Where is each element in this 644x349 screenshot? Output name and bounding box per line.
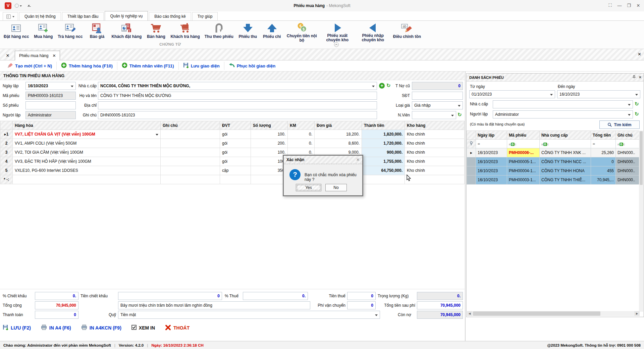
maximize-icon[interactable]: ❐ [626,3,632,8]
ribbon-item-bao-gia[interactable]: Báo giá [85,21,109,42]
combo-arrow-icon[interactable] [156,134,158,137]
cell-note[interactable] [161,148,220,157]
panel-cell-note[interactable]: DHN000.. [616,166,640,176]
empty-cell[interactable] [220,175,251,184]
panel-cell-total[interactable]: 25,260 [591,148,616,157]
cell-unit[interactable]: gói [220,157,251,166]
panel-cell-total[interactable]: 70,945,... [591,176,616,185]
grid-column-km[interactable]: KM [288,121,315,130]
cell-hang-hoa[interactable]: VV2, TOI GIA CẦM (Việt Viễn) 100GM [13,148,161,157]
cell-note[interactable] [161,157,220,166]
panel-cell-date[interactable]: 16/10/2023 [476,157,507,166]
cell-warehouse[interactable]: Kho chính [405,148,465,157]
menu-tab-quan-tri-he-thong[interactable]: Quản trị hệ thống [19,12,61,20]
ribbon-item-khach-tra-hang[interactable]: Khách trả hàng [168,21,202,42]
action-phuc-hoi-giao-dien[interactable]: Phục hồi giao diện [224,62,280,70]
ribbon-item-at-hang-ncc[interactable]: Đặt hàng ncc [1,21,31,42]
cell-total[interactable]: 1,755,000. [362,157,405,166]
nvien-field[interactable] [412,111,456,119]
panel-column-tong-tien[interactable]: Tổng tiền [591,131,616,140]
grid-column-kho-hang[interactable]: Kho hàng [405,121,465,130]
button-thoat[interactable]: THOÁT [165,325,190,332]
panel-cell-date[interactable]: 16/10/2023 [476,148,507,157]
panel-refresh-user-icon[interactable]: ↻ [635,111,639,117]
ribbon-item-khach-at-hang[interactable]: Khách đặt hàng [109,21,144,42]
thue-field[interactable]: 0. [243,292,308,300]
empty-cell[interactable] [13,175,161,184]
cell-qty[interactable]: 200. [251,139,288,148]
action-tao-moi-ctrl-n[interactable]: Tạo mới (Ctrl + N) [3,62,57,70]
cell-qty[interactable]: 100. [251,148,288,157]
filter-cell[interactable]: aBc [616,140,640,148]
panel-cell-total[interactable]: 455 [591,166,616,176]
scroll-left-icon[interactable]: ◀ [467,311,472,316]
quy-field[interactable]: Tiền mặt [118,311,380,319]
panel-row[interactable]: 16/10/2023PMH00004-1...CÔNG TY TNHH HONA… [467,166,640,176]
panel-cell-note[interactable]: DHN000.. [616,176,640,185]
dia-chi-field[interactable] [98,101,377,109]
close-icon[interactable]: ✕ [635,3,641,8]
cell-note[interactable] [161,166,220,175]
thanh-toan-field[interactable]: 0 [35,311,78,319]
ghi-chu-field[interactable]: DHN00005-161023 [98,111,377,119]
tien-thue-field[interactable]: 0 [347,292,376,300]
panel-vertical-scrollbar[interactable] [639,131,643,312]
yes-button[interactable]: Yes [296,184,321,191]
panel-row[interactable]: ▸16/10/2023PMH00006-...CÔNG TY TNHH XNK … [467,148,640,157]
menu-tab-tro-giup[interactable]: Trợ giúp [192,12,218,20]
doc-tab-close-icon[interactable]: ✕ [52,53,56,58]
cell-km[interactable]: 0. [288,130,315,139]
grid-column-thanh-tien[interactable]: Thành tiền [362,121,405,130]
panel-refresh-supplier-icon[interactable]: ↻ [635,101,639,107]
tabstrip-close-right-icon[interactable]: ✕ [638,52,641,57]
panel-cell-code[interactable]: PMH00003-1... [507,176,540,185]
cell-qty[interactable]: 350. [251,166,288,175]
cell-note[interactable] [161,139,220,148]
grid-column-so-luong[interactable]: Số lượng [251,121,288,130]
filter-cell[interactable]: = [591,140,616,148]
ribbon-item-mua-hang[interactable]: Mua hàng [31,21,55,42]
menu-tab-bao-cao-thong-ke[interactable]: Báo cáo thống kê [149,12,191,20]
ho-ten-field[interactable]: CÔNG TY TNHH THIÊN MỘC ĐƯỜNG [98,92,377,100]
empty-cell[interactable] [251,175,288,184]
panel-column-ghi-chu[interactable]: Ghi chú [616,131,640,140]
cell-note[interactable] [161,130,220,139]
new-row[interactable]: * -: [0,175,465,184]
grid-column-hang-hoa[interactable]: Hàng hóa [13,121,161,130]
cell-qty[interactable]: 100. [251,157,288,166]
ribbon-item-ban-hang[interactable]: Bán hàng [144,21,168,42]
tu-ngay-field[interactable]: 01/10/2023 [469,90,555,98]
ribbon-item-phieu-xuat-chuyen-kho[interactable]: Phiếu xuất chuyển kho [320,21,355,42]
panel-cell-supplier[interactable]: CÔNG TY TNHH THIÊ... [540,176,591,185]
ngay-lap-field[interactable]: 16/10/2023 [25,82,76,90]
filter-cell[interactable]: aBc [540,140,591,148]
cell-price[interactable]: 18,200. [315,130,362,139]
panel-cell-date[interactable]: 16/10/2023 [476,176,507,185]
ribbon-item-tra-hang-ncc[interactable]: Trả hàng ncc [55,21,85,42]
refresh-nvien-icon[interactable]: ↻ [458,112,462,118]
action-luu-giao-dien[interactable]: Lưu giao diện [179,62,224,70]
cell-total[interactable]: 900,000. [362,148,405,157]
panel-cell-code[interactable]: PMH00004-1... [507,166,540,176]
cell-price[interactable]: 8,600. [315,139,362,148]
ribbon-item-chuyen-tien-noi-bo[interactable]: €$Chuyển tiền nội bộ [284,21,320,42]
panel-nha-ccap-field[interactable] [493,100,633,108]
tabstrip-close-icon[interactable]: ✕ [2,51,13,60]
so-phieu-field[interactable] [25,101,76,109]
cell-total[interactable]: 1,720,000. [362,139,405,148]
cell-total[interactable]: 64,750,000. [362,166,405,175]
cell-unit[interactable]: cặp [220,166,251,175]
filter-row[interactable]: =aBcaBc=aBc [467,140,640,148]
empty-cell[interactable] [362,175,405,184]
cell-warehouse[interactable]: Kho chính [405,166,465,175]
panel-column-nha-cung-cap[interactable]: Nhà cung cấp [540,131,591,140]
button-luu-f2[interactable]: LƯU (F2) [3,325,31,331]
empty-cell[interactable] [405,175,465,184]
panel-nguoi-lap-field[interactable]: Administrator [493,110,633,118]
ribbon-collapse-button[interactable] [334,42,339,47]
cell-warehouse[interactable]: Kho chính [405,130,465,139]
ribbon-item-ieu-chinh-ton[interactable]: abĐiều chỉnh tồn [391,21,423,42]
ribbon-item-phieu-thu[interactable]: Phiếu thu [236,21,260,42]
no-button[interactable]: No [325,184,347,191]
panel-cell-date[interactable]: 16/10/2023 [476,166,507,176]
